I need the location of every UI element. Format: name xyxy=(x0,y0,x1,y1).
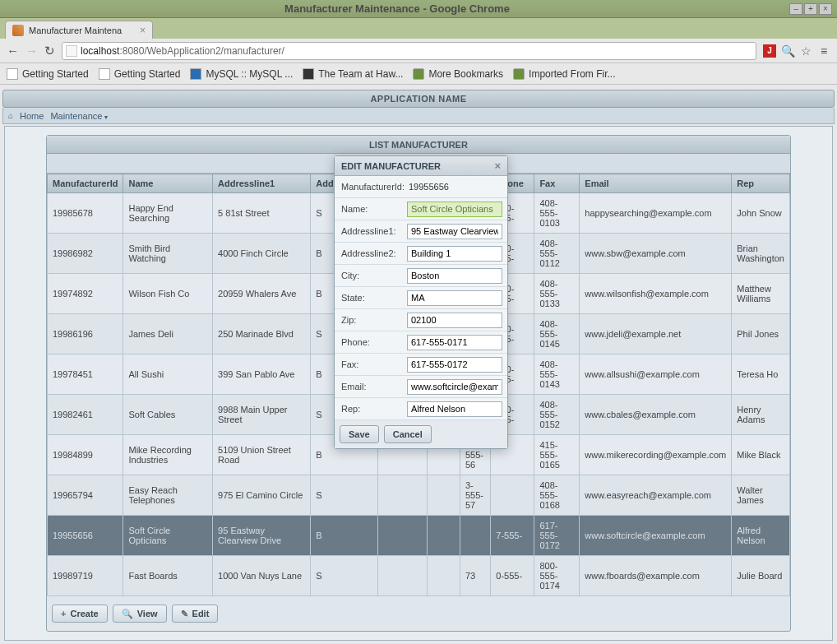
table-cell: 408-555-0103 xyxy=(534,193,580,234)
breadcrumb-item[interactable]: Maintenance ▾ xyxy=(50,111,108,121)
browser-tab[interactable]: Manufacturer Maintena × xyxy=(5,21,153,39)
table-cell: www.allsushi@example.com xyxy=(580,354,732,395)
page-content: APPLICATION NAME ⌂ Home Maintenance ▾ LI… xyxy=(0,85,837,644)
table-row[interactable]: 19989719Fast Boards1000 Van Nuys LaneS73… xyxy=(48,556,790,596)
phone-input[interactable] xyxy=(407,335,502,350)
bookmark-folder[interactable]: More Bookmarks xyxy=(413,68,503,80)
dialog-title: EDIT MANUFACTURER xyxy=(341,161,441,171)
name-input[interactable] xyxy=(407,202,502,217)
table-cell xyxy=(428,475,460,516)
zip-input[interactable] xyxy=(407,313,502,328)
column-header[interactable]: Fax xyxy=(534,174,580,193)
extension-icon[interactable]: J xyxy=(763,44,776,58)
table-cell: 1000 Van Nuys Lane xyxy=(213,556,311,596)
list-panel-title: LIST MANUFACTURER xyxy=(47,136,790,154)
page-icon xyxy=(99,68,110,80)
table-cell: 95 Eastway Clearview Drive xyxy=(213,516,311,556)
window-maximize-button[interactable]: + xyxy=(804,3,817,15)
nav-forward-icon[interactable]: → xyxy=(25,44,38,58)
state-input[interactable] xyxy=(407,290,502,306)
column-header[interactable]: Name xyxy=(123,174,213,193)
edit-button[interactable]: ✎Edit xyxy=(172,605,219,623)
table-cell: Mike Recording Industries xyxy=(123,435,213,475)
column-header[interactable]: Email xyxy=(580,174,732,193)
table-cell: 4000 Finch Circle xyxy=(213,234,311,274)
table-cell: 800-555-0174 xyxy=(534,556,580,596)
addressline1-input[interactable] xyxy=(407,224,502,239)
application-header: APPLICATION NAME xyxy=(2,90,835,108)
table-cell: www.sbw@example.com xyxy=(580,234,732,274)
nav-reload-icon[interactable]: ↻ xyxy=(44,44,55,58)
table-cell xyxy=(378,556,428,596)
create-button[interactable]: +Create xyxy=(52,605,108,623)
table-cell: www.wilsonfish@example.com xyxy=(580,274,732,314)
table-row[interactable]: 19965794Easy Reach Telephones975 El Cami… xyxy=(48,475,790,516)
table-cell: John Snow xyxy=(732,193,790,234)
table-cell: Fast Boards xyxy=(123,556,213,596)
table-cell: Alfred Nelson xyxy=(732,516,790,556)
save-button[interactable]: Save xyxy=(340,425,379,443)
table-cell: happysearching@example.com xyxy=(580,193,732,234)
table-cell: 20959 Whalers Ave xyxy=(213,274,311,314)
dialog-header[interactable]: EDIT MANUFACTURER × xyxy=(335,156,507,176)
table-cell xyxy=(378,475,428,516)
url-text: localhost:8080/WebApplication2/manufactu… xyxy=(81,45,284,57)
email-input[interactable] xyxy=(407,379,502,395)
table-cell: S xyxy=(311,556,378,596)
page-icon xyxy=(66,45,77,57)
field-label: Zip: xyxy=(335,315,407,325)
field-label: Phone: xyxy=(335,337,407,347)
bookmark-item[interactable]: MySQL :: MySQL ... xyxy=(190,68,293,80)
page-icon xyxy=(7,68,18,80)
breadcrumb-home[interactable]: Home xyxy=(20,111,44,121)
browser-toolbar: ← → ↻ localhost:8080/WebApplication2/man… xyxy=(0,39,837,63)
column-header[interactable]: Addressline1 xyxy=(213,174,311,193)
window-minimize-button[interactable]: – xyxy=(789,3,802,15)
table-cell xyxy=(428,556,460,596)
table-cell: Phil Jones xyxy=(732,314,790,354)
tab-close-icon[interactable]: × xyxy=(140,25,146,36)
url-bar[interactable]: localhost:8080/WebApplication2/manufactu… xyxy=(62,42,756,60)
window-close-button[interactable]: × xyxy=(819,3,832,15)
table-cell: 9988 Main Upper Street xyxy=(213,395,311,435)
table-cell: 408-555-0168 xyxy=(534,475,580,516)
bookmark-item[interactable]: Getting Started xyxy=(99,68,181,80)
bookmark-folder[interactable]: Imported From Fir... xyxy=(513,68,615,80)
view-button[interactable]: 🔍View xyxy=(113,605,167,623)
table-cell xyxy=(491,475,534,516)
dialog-close-icon[interactable]: × xyxy=(494,160,501,172)
column-header[interactable]: Rep xyxy=(732,174,790,193)
home-icon[interactable]: ⌂ xyxy=(8,111,13,120)
table-cell: Happy End Searching xyxy=(123,193,213,234)
field-label: Name: xyxy=(335,204,407,214)
table-cell: 7-555- xyxy=(491,516,534,556)
table-cell: 19989719 xyxy=(48,556,123,596)
table-cell: Mike Black xyxy=(732,435,790,475)
table-cell: 408-555-0152 xyxy=(534,395,580,435)
fax-input[interactable] xyxy=(407,357,502,373)
table-cell: 617-555-0172 xyxy=(534,516,580,556)
table-cell: S xyxy=(311,475,378,516)
bookmark-star-icon[interactable]: ☆ xyxy=(799,44,812,58)
table-cell: 408-555-0143 xyxy=(534,354,580,395)
table-cell xyxy=(460,516,490,556)
menu-icon[interactable]: ≡ xyxy=(817,44,830,58)
addressline2-input[interactable] xyxy=(407,246,502,262)
bookmark-item[interactable]: Getting Started xyxy=(7,68,89,80)
bookmarks-bar: Getting Started Getting Started MySQL ::… xyxy=(0,63,837,85)
field-label: Email: xyxy=(335,382,407,391)
zoom-icon[interactable]: 🔍 xyxy=(781,44,794,58)
browser-tabstrip: Manufacturer Maintena × xyxy=(0,18,837,39)
column-header[interactable]: ManufacturerId xyxy=(48,174,123,193)
rep-input[interactable] xyxy=(407,401,502,417)
table-cell: Soft Circle Opticians xyxy=(123,516,213,556)
table-cell: 5109 Union Street Road xyxy=(213,435,311,475)
table-row[interactable]: 19955656Soft Circle Opticians95 Eastway … xyxy=(48,516,790,556)
nav-back-icon[interactable]: ← xyxy=(7,44,19,58)
site-icon xyxy=(303,68,314,80)
breadcrumb: ⌂ Home Maintenance ▾ xyxy=(2,108,835,124)
cancel-button[interactable]: Cancel xyxy=(384,425,432,443)
city-input[interactable] xyxy=(407,268,502,284)
table-cell: www.easyreach@example.com xyxy=(580,475,732,516)
bookmark-item[interactable]: The Team at Haw... xyxy=(303,68,403,80)
